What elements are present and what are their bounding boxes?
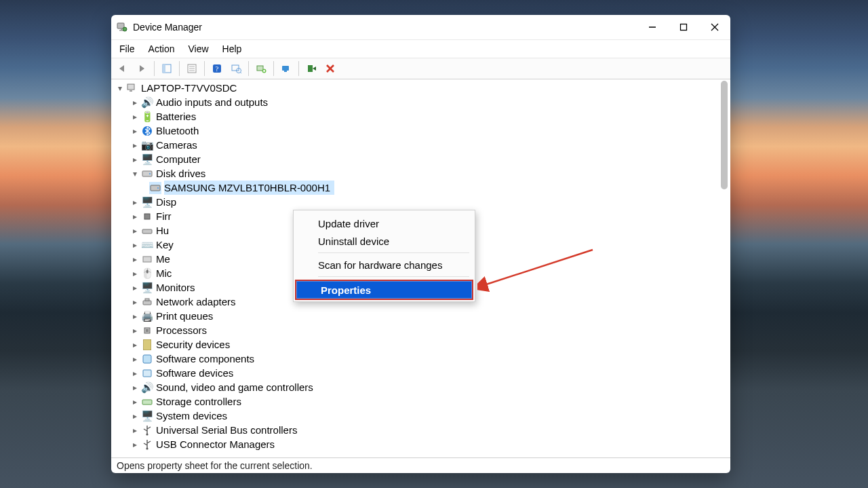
maximize-button[interactable]	[668, 15, 699, 39]
properties-button[interactable]	[183, 60, 201, 77]
chevron-right-icon[interactable]: ▸	[130, 283, 140, 293]
chevron-right-icon[interactable]: ▸	[130, 126, 140, 136]
tree-item-software-devices[interactable]: ▸ Software devices	[114, 366, 730, 380]
help-button[interactable]: ?	[208, 60, 226, 77]
chevron-right-icon[interactable]: ▸	[130, 354, 140, 364]
vertical-scrollbar[interactable]	[719, 81, 729, 456]
chevron-right-icon[interactable]: ▸	[130, 98, 140, 107]
tree-root[interactable]: ▾ LAPTOP-T7VV0SDC	[114, 81, 730, 95]
svg-rect-9	[163, 64, 165, 73]
add-legacy-hardware-button[interactable]	[252, 60, 270, 77]
status-text: Opens property sheet for the current sel…	[117, 460, 313, 471]
svg-rect-39	[145, 299, 149, 301]
menu-help[interactable]: Help	[217, 42, 248, 56]
chevron-right-icon[interactable]: ▸	[130, 440, 140, 449]
uninstall-device-button[interactable]	[321, 60, 339, 77]
menu-view[interactable]: View	[182, 42, 214, 56]
toolbar-separator	[154, 61, 155, 76]
tree-item-storage-controllers[interactable]: ▸ Storage controllers	[114, 394, 730, 409]
camera-icon: 📷	[141, 139, 153, 151]
scrollbar-thumb[interactable]	[721, 81, 728, 189]
tree-label: Batteries	[156, 109, 196, 124]
chevron-right-icon[interactable]: ▸	[130, 426, 140, 435]
tree-item-sound-video-game[interactable]: ▸ 🔊 Sound, video and game controllers	[114, 380, 730, 394]
chevron-right-icon[interactable]: ▸	[130, 340, 140, 350]
svg-rect-16	[232, 65, 239, 71]
chevron-right-icon[interactable]: ▸	[130, 369, 140, 378]
chevron-right-icon[interactable]: ▸	[130, 297, 140, 307]
chip-icon	[141, 210, 153, 223]
tree-item-disk-drives[interactable]: ▾ Disk drives	[114, 166, 730, 181]
svg-rect-43	[143, 355, 151, 363]
chevron-down-icon[interactable]: ▾	[130, 169, 140, 179]
forward-button[interactable]	[133, 60, 151, 77]
monitor-icon: 🖥️	[141, 282, 153, 294]
chevron-right-icon[interactable]: ▸	[130, 140, 140, 150]
tree-item-cameras[interactable]: ▸ 📷 Cameras	[114, 138, 730, 152]
tree-item-display[interactable]: ▸ 🖥️ Disp	[114, 195, 730, 209]
svg-rect-44	[143, 370, 151, 377]
svg-point-32	[149, 172, 151, 174]
tree-label: Storage controllers	[156, 394, 241, 409]
tree-label: SAMSUNG MZVLB1T0HBLR-000H1	[164, 181, 334, 195]
tree-item-software-components[interactable]: ▸ Software components	[114, 352, 730, 366]
svg-point-3	[123, 27, 127, 31]
speaker-icon: 🔊	[141, 96, 153, 109]
tree-label: Cameras	[156, 138, 197, 152]
chevron-right-icon[interactable]: ▸	[130, 240, 140, 250]
network-icon	[141, 296, 153, 308]
toolbar-separator	[298, 61, 299, 76]
svg-rect-24	[284, 71, 287, 72]
menu-file[interactable]: File	[114, 42, 140, 56]
svg-rect-45	[142, 400, 152, 405]
tree-item-usb-controllers[interactable]: ▸ Universal Serial Bus controllers	[114, 423, 730, 437]
tree-item-batteries[interactable]: ▸ 🔋 Batteries	[114, 109, 730, 124]
chevron-right-icon[interactable]: ▸	[130, 312, 140, 321]
tree-item-audio[interactable]: ▸ 🔊 Audio inputs and outputs	[114, 95, 730, 109]
ctx-scan-hardware[interactable]: Scan for hardware changes	[294, 256, 475, 274]
ctx-properties[interactable]: Properties	[295, 280, 473, 300]
ctx-uninstall-device[interactable]: Uninstall device	[294, 232, 475, 250]
tree-item-processors[interactable]: ▸ Processors	[114, 323, 730, 337]
minimize-button[interactable]	[637, 15, 668, 39]
tree-item-system-devices[interactable]: ▸ 🖥️ System devices	[114, 409, 730, 423]
enable-device-button[interactable]	[302, 60, 320, 77]
show-hide-tree-button[interactable]	[158, 60, 176, 77]
chevron-right-icon[interactable]: ▸	[130, 326, 140, 335]
chevron-right-icon[interactable]: ▸	[130, 112, 140, 121]
chevron-right-icon[interactable]: ▸	[130, 198, 140, 207]
chevron-right-icon[interactable]: ▸	[130, 383, 140, 392]
keyboard-icon: ⌨️	[141, 239, 153, 251]
tree-item-security-devices[interactable]: ▸ Security devices	[114, 337, 730, 352]
tree-label: Disp	[156, 195, 176, 209]
chevron-right-icon[interactable]: ▸	[130, 269, 140, 278]
chevron-right-icon[interactable]: ▸	[130, 155, 140, 164]
ctx-properties-label: Properties	[321, 284, 371, 296]
chevron-right-icon[interactable]: ▸	[130, 397, 140, 407]
tree-label: LAPTOP-T7VV0SDC	[141, 81, 237, 95]
tree-item-disk-drive-samsung[interactable]: SAMSUNG MZVLB1T0HBLR-000H1	[114, 181, 730, 195]
usb-icon	[141, 424, 153, 436]
tree-item-computer[interactable]: ▸ 🖥️ Computer	[114, 152, 730, 166]
cpu-icon	[141, 324, 153, 337]
svg-rect-1	[121, 29, 122, 30]
tree-item-bluetooth[interactable]: ▸ Bluetooth	[114, 124, 730, 138]
update-driver-button[interactable]	[277, 60, 295, 77]
svg-rect-28	[127, 84, 134, 90]
tree-item-print-queues[interactable]: ▸ 🖨️ Print queues	[114, 309, 730, 323]
tree-label: USB Connector Managers	[156, 437, 275, 451]
back-button[interactable]	[114, 60, 132, 77]
chevron-right-icon[interactable]: ▸	[130, 226, 140, 236]
chevron-right-icon[interactable]: ▸	[130, 255, 140, 264]
tree-item-usb-connector-managers[interactable]: ▸ USB Connector Managers	[114, 437, 730, 451]
scan-hardware-button[interactable]	[227, 60, 245, 77]
menu-action[interactable]: Action	[143, 42, 180, 56]
svg-rect-23	[282, 66, 289, 71]
chevron-right-icon[interactable]: ▸	[130, 411, 140, 421]
status-bar: Opens property sheet for the current sel…	[111, 457, 730, 473]
titlebar[interactable]: Device Manager	[111, 15, 730, 40]
close-button[interactable]	[699, 15, 730, 39]
chevron-down-icon[interactable]: ▾	[115, 83, 125, 93]
chevron-right-icon[interactable]: ▸	[130, 212, 140, 221]
ctx-update-driver[interactable]: Update driver	[294, 214, 475, 232]
